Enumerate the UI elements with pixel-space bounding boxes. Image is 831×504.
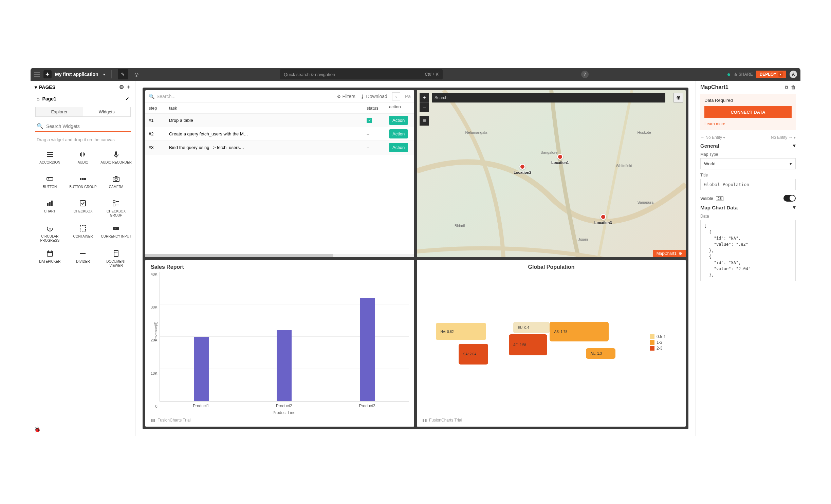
chart-bar[interactable] xyxy=(360,298,375,401)
action-button[interactable]: Action xyxy=(389,129,408,138)
table-row[interactable]: #2Create a query fetch_users with the M…… xyxy=(145,127,414,141)
table-row[interactable]: #1Drop a table✓Action xyxy=(145,114,414,127)
plus-icon[interactable]: ＋ xyxy=(126,83,131,91)
download-button[interactable]: ⭳ Download xyxy=(360,94,387,99)
widget-chart[interactable]: CHART xyxy=(33,197,67,220)
js-badge[interactable]: JS xyxy=(716,197,723,201)
visible-toggle[interactable] xyxy=(783,195,796,202)
widget-button-group[interactable]: BUTTON GROUP xyxy=(67,172,100,194)
svg-rect-21 xyxy=(113,201,115,203)
map-selection-tag[interactable]: MapChart1⚙ xyxy=(653,250,686,257)
widget-camera[interactable]: CAMERA xyxy=(99,172,133,194)
chart-widget[interactable]: Sales Report Revenue($) 40K30K20K10K0 Pr… xyxy=(145,260,414,427)
widget-name[interactable]: MapChart1 xyxy=(700,84,728,90)
mapchart-widget[interactable]: Global Population NA: 0.82SA: 2.04EU: 0.… xyxy=(417,260,686,427)
search-widgets[interactable]: 🔍 xyxy=(35,121,131,132)
home-icon: ⌂ xyxy=(37,96,39,101)
map-pin[interactable]: Location3 xyxy=(594,214,612,225)
table-widget[interactable]: 🔍 Search... ⚙ Filters ⭳ Download ‹ Pa st… xyxy=(145,90,414,257)
section-map-chart-data[interactable]: Map Chart Data▾ xyxy=(700,204,796,210)
widget-checkbox[interactable]: CHECKBOX xyxy=(67,197,100,220)
worldmap-title: Global Population xyxy=(422,264,680,270)
accordion-icon xyxy=(46,150,54,159)
x-axis-label: Product Line xyxy=(160,410,409,415)
avatar[interactable]: A xyxy=(790,71,797,78)
map-search[interactable]: Search xyxy=(432,93,665,102)
action-button[interactable]: Action xyxy=(389,143,408,152)
svg-text:PDF: PDF xyxy=(114,251,118,254)
pages-title: PAGES xyxy=(39,85,55,90)
filters-button[interactable]: ⚙ Filters xyxy=(337,94,355,99)
chart-bar[interactable] xyxy=(194,337,209,401)
widget-audio-recorder[interactable]: AUDIO RECORDER xyxy=(99,148,133,170)
gear-icon[interactable]: ⚙ xyxy=(679,251,682,256)
table-search[interactable]: 🔍 Search... xyxy=(149,94,332,99)
entity-left[interactable]: → No Entity ▾ xyxy=(700,135,725,140)
table-scrollbar[interactable] xyxy=(145,254,414,257)
city-label: Sarjapura xyxy=(637,200,653,204)
zoom-out-button[interactable]: − xyxy=(420,102,429,112)
bug-icon[interactable]: 🐞 xyxy=(31,423,135,436)
widget-divider[interactable]: DIVIDER xyxy=(67,247,100,270)
chevron-down-icon: ▾ xyxy=(790,161,792,166)
svg-rect-18 xyxy=(49,202,51,206)
widget-button[interactable]: BUTTON xyxy=(33,172,67,194)
copy-icon[interactable]: ⧉ xyxy=(785,85,788,90)
legend-item: 0.5-1 xyxy=(650,334,680,339)
widget-audio[interactable]: AUDIO xyxy=(67,148,100,170)
page-item[interactable]: ⌂ Page1 ✓ xyxy=(31,93,135,104)
continent-label: AU: 1.3 xyxy=(591,352,602,355)
search-widgets-input[interactable] xyxy=(46,124,129,129)
svg-rect-1 xyxy=(47,154,53,155)
button-icon xyxy=(46,174,54,184)
section-general[interactable]: General▾ xyxy=(700,143,796,149)
data-code-editor[interactable]: [ { "id": "NA", "value": ".82" }, { "id"… xyxy=(700,220,796,281)
menu-icon[interactable] xyxy=(34,72,40,77)
chevron-down-icon[interactable]: ▾ xyxy=(103,72,105,77)
map-widget[interactable]: + − ≡ Search ⊕ Location1Location2Locatio… xyxy=(417,90,686,257)
widget-currency-input[interactable]: $CURRENCY INPUT xyxy=(99,222,133,245)
chart-bar[interactable] xyxy=(277,330,292,401)
global-search[interactable]: Quick search & navigation Ctrl + K xyxy=(280,69,443,79)
widget-accordion[interactable]: ACCORDION xyxy=(33,148,67,170)
widget-circular-progress[interactable]: %CIRCULAR PROGRESS xyxy=(33,222,67,245)
prev-page-button[interactable]: ‹ xyxy=(392,92,400,100)
learn-more-link[interactable]: Learn more xyxy=(704,122,725,126)
connect-data-button[interactable]: CONNECT DATA xyxy=(704,106,792,118)
preview-button[interactable]: ◎ xyxy=(131,69,142,79)
continent-label: AS: 1.78 xyxy=(554,330,567,334)
app-logo[interactable]: ✦ xyxy=(43,70,52,78)
gear-icon[interactable]: ⚙ xyxy=(119,84,124,90)
chevron-down-icon: ▾ xyxy=(793,204,796,210)
page-name: Page1 xyxy=(42,96,56,101)
svg-text:%: % xyxy=(49,227,51,230)
location-pick-button[interactable]: ⊕ xyxy=(673,93,683,102)
widget-document-viewer[interactable]: PDFDOCUMENT VIEWER xyxy=(99,247,133,270)
edit-button[interactable]: ✎ xyxy=(118,69,128,79)
tab-explorer[interactable]: Explorer xyxy=(36,107,83,116)
delete-icon[interactable]: 🗑 xyxy=(791,85,796,90)
deploy-button[interactable]: DEPLOY▾ xyxy=(756,71,786,78)
worldmap-canvas[interactable]: NA: 0.82SA: 2.04EU: 0.4AF: 2.58AS: 1.78A… xyxy=(422,314,650,371)
zoom-in-button[interactable]: + xyxy=(420,93,429,102)
map-pin[interactable]: Location2 xyxy=(514,164,531,174)
table-row[interactable]: #3Bind the query using => fetch_users…--… xyxy=(145,141,414,154)
share-button[interactable]: ⋔ SHARE xyxy=(734,72,753,77)
action-button[interactable]: Action xyxy=(389,116,408,125)
svg-rect-2 xyxy=(47,156,53,157)
title-input[interactable] xyxy=(700,179,796,190)
map-type-select[interactable]: World▾ xyxy=(700,158,796,169)
widget-datepicker[interactable]: DATEPICKER xyxy=(33,247,67,270)
datepicker-icon xyxy=(46,249,54,258)
widget-container[interactable]: CONTAINER xyxy=(67,222,100,245)
widget-checkbox-group[interactable]: CHECKBOX GROUP xyxy=(99,197,133,220)
deploy-dropdown-icon[interactable]: ▾ xyxy=(778,72,783,77)
map-pin[interactable]: Location1 xyxy=(551,154,569,165)
pages-header[interactable]: ▾ PAGES ⚙ ＋ xyxy=(31,81,135,93)
app-name[interactable]: My first application xyxy=(55,72,98,77)
tab-widgets[interactable]: Widgets xyxy=(83,107,131,116)
layers-button[interactable]: ≡ xyxy=(420,116,429,126)
entity-right[interactable]: No Entity → ▾ xyxy=(771,135,796,140)
help-button[interactable]: ? xyxy=(581,71,589,78)
chart-icon: ▮▮ xyxy=(151,418,155,423)
